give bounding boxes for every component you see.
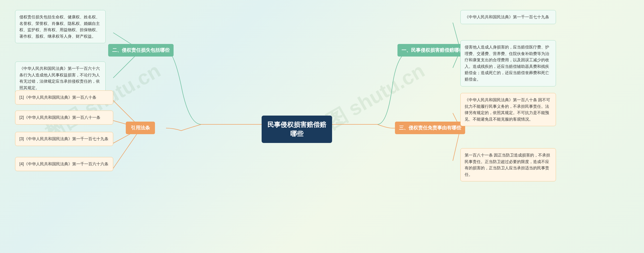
branch-b2-label: 引用法条 [131, 125, 150, 130]
leaf-l5: [3]《中华人民共和国民法典》第一千一百七十九条 [15, 132, 113, 146]
leaf-l10: 第一百八十一条 因正当防卫造成损害的，不承担民事责任。正当防卫超过必要的限度，造… [460, 148, 556, 181]
leaf-l6: [4]《中华人民共和国民法典》第一千一百六十六条 [15, 157, 113, 171]
leaf-l9: 《中华人民共和国民法典》第一百八十条 因不可抗力不能履行民事义务的，不承担民事责… [460, 93, 556, 126]
leaf-l2: 《中华人民共和国民法典》第一千一百六十六条行为人造成他人民事权益损害，不论行为人… [15, 62, 106, 95]
leaf-l7: 《中华人民共和国民法典》第一千一百七十九条 [460, 10, 556, 24]
leaf-l4-text: [2]《中华人民共和国民法典》第一百八十一条 [19, 115, 100, 120]
leaf-l3-text: [1]《中华人民共和国民法典》第一百八十条 [19, 95, 96, 99]
branch-b4-label: 三、侵权责任免责事由有哪些 [399, 125, 461, 130]
central-text: 民事侵权损害赔偿赔哪些 [267, 121, 326, 137]
leaf-l7-text: 《中华人民共和国民法典》第一千一百七十九条 [465, 15, 549, 19]
leaf-l8: 侵害他人造成人身损害的，应当赔偿医疗费、护理费、交通费、营养费、住院伙食补助费等… [460, 40, 556, 86]
leaf-l1-text: 侵权责任损失包括生命权、健康权、姓名权、名誉权、荣誉权、肖像权、隐私权、婚姻自主… [19, 15, 100, 38]
central-node: 民事侵权损害赔偿赔哪些 [262, 116, 332, 143]
branch-b3-label: 一、民事侵权损害赔偿赔哪些 [401, 47, 464, 53]
leaf-l3: [1]《中华人民共和国民法典》第一百八十条 [15, 90, 113, 105]
branch-b3: 一、民事侵权损害赔偿赔哪些 [397, 44, 468, 57]
leaf-l10-text: 第一百八十一条 因正当防卫造成损害的，不承担民事责任。正当防卫超过必要的限度，造… [465, 153, 550, 177]
leaf-l1: 侵权责任损失包括生命权、健康权、姓名权、名誉权、荣誉权、肖像权、隐私权、婚姻自主… [15, 10, 106, 43]
leaf-l4: [2]《中华人民共和国民法典》第一百八十一条 [15, 111, 113, 125]
svg-line-5 [113, 128, 141, 168]
leaf-l5-text: [3]《中华人民共和国民法典》第一千一百七十九条 [19, 137, 108, 141]
leaf-l8-text: 侵害他人造成人身损害的，应当赔偿医疗费、护理费、交通费、营养费、住院伙食补助费等… [465, 45, 549, 81]
branch-b1: 二、侵权责任损失包括哪些 [108, 44, 174, 57]
mind-map: 树图 shutu.cn 树图 shutu.cn 民事侵权损害赔偿赔哪些 二、侵权… [0, 0, 644, 253]
leaf-l9-text: 《中华人民共和国民法典》第一百八十条 因不可抗力不能履行民事义务的，不承担民事责… [465, 98, 550, 121]
branch-b1-label: 二、侵权责任损失包括哪些 [112, 47, 170, 53]
branch-b4: 三、侵权责任免责事由有哪些 [395, 122, 465, 134]
leaf-l2-text: 《中华人民共和国民法典》第一千一百六十六条行为人造成他人民事权益损害，不论行为人… [19, 66, 100, 90]
branch-b2: 引用法条 [126, 122, 155, 134]
leaf-l6-text: [4]《中华人民共和国民法典》第一千一百六十六条 [19, 162, 108, 166]
